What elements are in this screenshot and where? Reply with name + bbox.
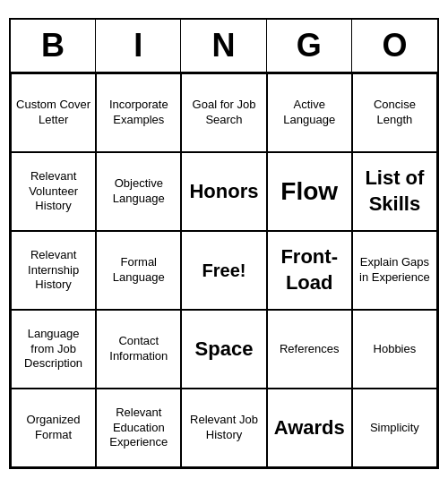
bingo-cell: Space	[181, 310, 266, 389]
bingo-cell: Objective Language	[96, 152, 181, 231]
bingo-cell: Relevant Internship History	[11, 231, 96, 310]
bingo-cell: Language from Job Description	[11, 310, 96, 389]
bingo-header: BINGO	[11, 20, 437, 73]
bingo-grid: Custom Cover LetterIncorporate ExamplesG…	[11, 73, 437, 467]
header-letter: B	[11, 20, 96, 72]
bingo-cell: Contact Information	[96, 310, 181, 389]
bingo-cell: References	[267, 310, 352, 389]
bingo-cell: Goal for Job Search	[181, 73, 266, 152]
bingo-cell: Relevant Volunteer History	[11, 152, 96, 231]
bingo-card: BINGO Custom Cover LetterIncorporate Exa…	[9, 18, 439, 469]
bingo-cell: Concise Length	[352, 73, 437, 152]
bingo-cell: Explain Gaps in Experience	[352, 231, 437, 310]
header-letter: G	[267, 20, 352, 72]
header-letter: O	[352, 20, 437, 72]
bingo-cell: Formal Language	[96, 231, 181, 310]
bingo-cell: Honors	[181, 152, 266, 231]
bingo-cell: Active Language	[267, 73, 352, 152]
bingo-cell: Simplicity	[352, 389, 437, 467]
bingo-cell: Relevant Job History	[181, 389, 266, 467]
header-letter: I	[96, 20, 181, 72]
bingo-cell: Custom Cover Letter	[11, 73, 96, 152]
bingo-cell: Incorporate Examples	[96, 73, 181, 152]
bingo-cell: Flow	[267, 152, 352, 231]
bingo-cell: Hobbies	[352, 310, 437, 389]
bingo-cell: Front-Load	[267, 231, 352, 310]
header-letter: N	[181, 20, 266, 72]
bingo-cell: Relevant Education Experience	[96, 389, 181, 467]
bingo-cell: Awards	[267, 389, 352, 467]
bingo-cell: Organized Format	[11, 389, 96, 467]
bingo-cell: Free!	[181, 231, 266, 310]
bingo-cell: List of Skills	[352, 152, 437, 231]
